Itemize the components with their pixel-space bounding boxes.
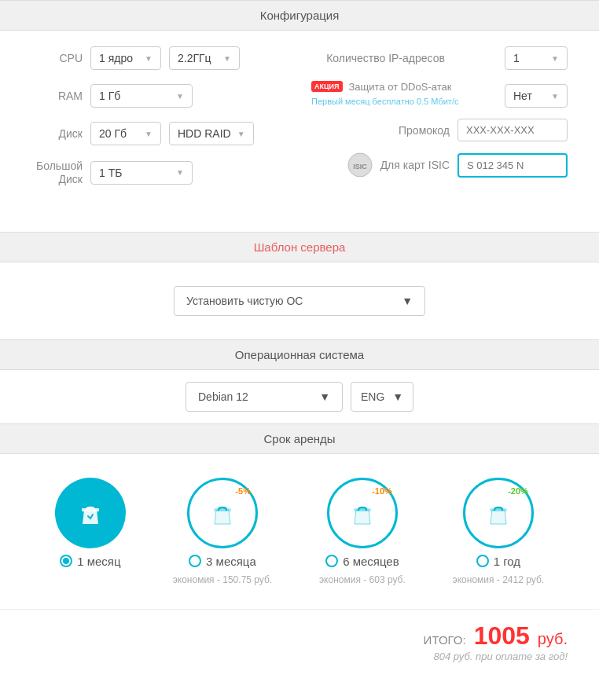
- disk-label: Диск: [31, 127, 83, 140]
- total-section: ИТОГО: 1005 руб. 804 руб. при оплате за …: [0, 609, 599, 674]
- period-1month: 1 месяц: [77, 555, 120, 568]
- big-disk-row: Большой Диск 1 ТБ ▼: [31, 159, 288, 186]
- ddos-label: Защита от DDoS-атак: [349, 81, 452, 93]
- discount-1year: -20%: [508, 486, 528, 496]
- rental-wrapper: Срок аренды 1 месяц: [0, 423, 599, 601]
- svg-rect-5: [490, 508, 507, 511]
- cpu-label: CPU: [31, 52, 83, 64]
- rental-header: Срок аренды: [0, 423, 599, 454]
- bag-icon-6months: -10%: [327, 478, 398, 548]
- os-header: Операционная система: [0, 339, 599, 370]
- config-header: Конфигурация: [0, 0, 599, 31]
- chevron-down-icon: ▼: [402, 295, 413, 307]
- ip-row: Количество IP-адресов 1 ▼: [311, 46, 568, 70]
- ddos-row: АКЦИЯ Защита от DDoS-атак Первый месяц б…: [311, 81, 568, 108]
- template-header: Шаблон сервера: [0, 232, 599, 262]
- config-section: CPU 1 ядро ▼ 2.2ГГц ▼ RAM 1 Гб ▼: [0, 31, 599, 216]
- radio-3months[interactable]: [189, 555, 201, 567]
- isic-input[interactable]: [458, 153, 568, 178]
- total-currency: руб.: [538, 630, 568, 648]
- config-left: CPU 1 ядро ▼ 2.2ГГц ▼ RAM 1 Гб ▼: [31, 46, 288, 200]
- period-1year: 1 год: [494, 555, 520, 568]
- disk-type-select[interactable]: HDD RAID ▼: [169, 122, 254, 145]
- rental-option-3months[interactable]: -5% 3 месяца экономия - 150.75 руб.: [173, 478, 273, 585]
- promo-row: Промокод: [311, 119, 568, 141]
- period-3months: 3 месяца: [206, 555, 256, 568]
- rental-option-6months[interactable]: -10% 6 месяцев экономия - 603 руб.: [319, 478, 406, 585]
- chevron-down-icon: ▼: [551, 92, 559, 101]
- chevron-down-icon: ▼: [319, 390, 330, 403]
- rental-section: 1 месяц -5% 3 месяца экономия - 1: [0, 454, 599, 601]
- chevron-down-icon: ▼: [145, 130, 153, 138]
- bag-svg-6months: [345, 496, 380, 530]
- disk-row: Диск 20 Гб ▼ HDD RAID ▼: [31, 122, 288, 145]
- chevron-down-icon: ▼: [145, 54, 153, 63]
- total-price: 1005: [474, 621, 530, 651]
- total-note: 804 руб. при оплате за год!: [434, 651, 568, 662]
- isic-label: Для карт ISIC: [380, 159, 450, 171]
- ram-label: RAM: [31, 90, 83, 102]
- config-right: Количество IP-адресов 1 ▼ АКЦИЯ Защита о…: [311, 46, 568, 200]
- discount-6months: -10%: [372, 486, 392, 496]
- cpu-row: CPU 1 ядро ▼ 2.2ГГц ▼: [31, 46, 288, 70]
- bag-icon-1year: -20%: [463, 478, 534, 548]
- big-disk-label: Большой Диск: [31, 159, 83, 186]
- ddos-section: АКЦИЯ Защита от DDoS-атак Первый месяц б…: [311, 81, 458, 107]
- cpu-cores-select[interactable]: 1 ядро ▼: [90, 46, 161, 70]
- chevron-down-icon: ▼: [237, 130, 245, 138]
- ddos-sub: Первый месяц бесплатно 0.5 Мбит/с: [311, 96, 458, 107]
- economy-3months: экономия - 150.75 руб.: [173, 574, 273, 585]
- chevron-down-icon: ▼: [551, 54, 559, 63]
- promo-label: Промокод: [399, 124, 450, 137]
- radio-1month[interactable]: [60, 555, 72, 567]
- template-section: Установить чистую ОС ▼: [0, 262, 599, 339]
- ip-label: Количество IP-адресов: [311, 52, 445, 64]
- os-select[interactable]: Debian 12 ▼: [186, 382, 343, 412]
- bag-icon-3months: -5%: [187, 478, 258, 548]
- svg-rect-4: [354, 508, 371, 511]
- radio-6months[interactable]: [325, 555, 338, 567]
- ram-select[interactable]: 1 Гб ▼: [90, 84, 193, 108]
- bag-svg-3months: [205, 496, 240, 530]
- economy-6months: экономия - 603 руб.: [319, 574, 406, 585]
- svg-text:ISIC: ISIC: [353, 163, 367, 170]
- isic-row: ISIC Для карт ISIC: [311, 152, 568, 178]
- discount-3months: -5%: [235, 486, 251, 496]
- template-wrapper: Шаблон сервера Установить чистую ОС ▼: [0, 232, 599, 339]
- ddos-select[interactable]: Нет ▼: [505, 84, 568, 108]
- chevron-down-icon: ▼: [223, 54, 231, 63]
- bag-icon-1month: [55, 478, 126, 548]
- radio-1year[interactable]: [476, 555, 489, 567]
- action-badge: АКЦИЯ: [311, 81, 343, 92]
- svg-rect-2: [82, 508, 99, 511]
- os-section: Debian 12 ▼ ENG ▼: [0, 370, 599, 423]
- bag-svg-filled: [73, 496, 108, 530]
- total-row: ИТОГО: 1005 руб.: [424, 621, 568, 651]
- bag-svg-1year: [481, 496, 516, 530]
- chevron-down-icon: ▼: [176, 92, 184, 101]
- lang-select[interactable]: ENG ▼: [351, 382, 413, 412]
- economy-1year: экономия - 2412 руб.: [453, 574, 545, 585]
- svg-rect-3: [214, 508, 231, 511]
- isic-icon: ISIC: [347, 152, 373, 178]
- rental-option-1month[interactable]: 1 месяц: [55, 478, 126, 585]
- template-select[interactable]: Установить чистую ОС ▼: [174, 286, 425, 316]
- os-wrapper: Операционная система Debian 12 ▼ ENG ▼: [0, 339, 599, 423]
- ram-row: RAM 1 Гб ▼: [31, 84, 288, 108]
- ip-select[interactable]: 1 ▼: [505, 46, 568, 70]
- cpu-freq-select[interactable]: 2.2ГГц ▼: [169, 46, 240, 70]
- period-6months: 6 месяцев: [343, 555, 399, 568]
- promo-input[interactable]: [458, 119, 568, 141]
- chevron-down-icon: ▼: [176, 168, 184, 177]
- rental-option-1year[interactable]: -20% 1 год экономия - 2412 руб.: [453, 478, 545, 585]
- big-disk-select[interactable]: 1 ТБ ▼: [90, 161, 193, 185]
- rental-options: 1 месяц -5% 3 месяца экономия - 1: [31, 478, 568, 585]
- chevron-down-icon: ▼: [392, 390, 403, 403]
- total-label: ИТОГО:: [424, 633, 466, 647]
- disk-size-select[interactable]: 20 Гб ▼: [90, 122, 161, 145]
